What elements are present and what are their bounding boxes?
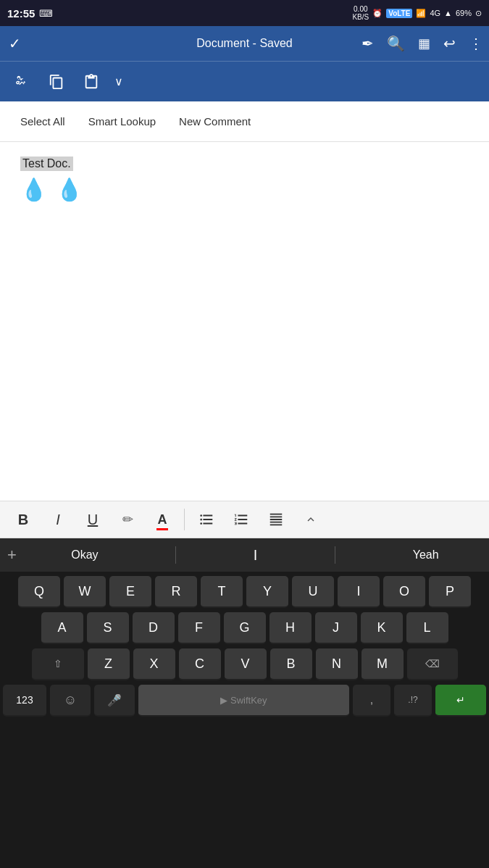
key-E[interactable]: E: [109, 576, 151, 608]
key-row-1: Q W E R T Y U I O P: [3, 576, 486, 608]
app-header: ✓ Document - Saved ✒ 🔍 ▦ ↩ ⋮: [0, 26, 489, 61]
toolbar: ∨: [0, 61, 489, 101]
status-time: 12:55: [7, 7, 35, 20]
key-F[interactable]: F: [178, 612, 220, 644]
swiftkey-logo: ▶ SwiftKey: [220, 695, 267, 706]
key-Q[interactable]: Q: [18, 576, 60, 608]
expand-format-button[interactable]: [296, 506, 325, 533]
key-J[interactable]: J: [315, 612, 357, 644]
italic-button[interactable]: I: [43, 506, 72, 533]
mic-key[interactable]: 🎤: [94, 685, 135, 717]
battery-icon: ⊙: [475, 9, 482, 18]
bold-button[interactable]: B: [9, 506, 38, 533]
key-R[interactable]: R: [155, 576, 197, 608]
bullet-list-button[interactable]: [192, 506, 221, 533]
signal-icon: 📶: [416, 9, 426, 18]
suggestion-cursor: I: [245, 544, 267, 567]
key-H[interactable]: H: [269, 612, 312, 644]
status-bar: 12:55 ⌨ 0.00KB/S ⏰ VoLTE 📶 4G ▲ 69% ⊙: [0, 0, 489, 26]
font-a-label: A: [158, 512, 167, 527]
key-P[interactable]: P: [429, 576, 471, 608]
toolbar-expand-button[interactable]: ∨: [110, 72, 128, 91]
key-G[interactable]: G: [224, 612, 266, 644]
signal-bars: ▲: [444, 9, 452, 17]
suggestions-bar: + Okay I Yeah: [0, 538, 489, 572]
keyboard-icon: ⌨: [39, 8, 53, 19]
text-cursors: 💧 💧: [20, 177, 469, 202]
key-D[interactable]: D: [133, 612, 175, 644]
format-bar: B I U ✏ A: [0, 501, 489, 538]
document-selected-text: Test Doc.: [20, 157, 73, 171]
suggestion-divider-1: [175, 546, 176, 564]
suggestion-okay[interactable]: Okay: [62, 546, 106, 564]
key-X[interactable]: X: [133, 648, 175, 680]
key-Z[interactable]: Z: [88, 648, 130, 680]
key-I[interactable]: I: [338, 576, 380, 608]
key-row-4: 123 ☺ 🎤 ▶ SwiftKey , .!? ↵: [3, 685, 486, 717]
emoji-key[interactable]: ☺: [50, 685, 91, 717]
cursor-right: 💧: [56, 177, 83, 202]
new-comment-button[interactable]: New Comment: [167, 109, 262, 133]
enter-key[interactable]: ↵: [435, 685, 486, 717]
numbers-key[interactable]: 123: [3, 685, 46, 717]
comma-key[interactable]: ,: [353, 685, 390, 717]
key-C[interactable]: C: [179, 648, 221, 680]
undo-icon[interactable]: ↩: [443, 35, 456, 52]
key-row-3: ⇧ Z X C V B N M ⌫: [3, 648, 486, 680]
more-icon[interactable]: ⋮: [469, 35, 483, 52]
context-bar: Select All Smart Lookup New Comment: [0, 101, 489, 142]
keys-area: Q W E R T Y U I O P A S D F G H J K: [0, 572, 489, 725]
period-key[interactable]: .!?: [394, 685, 432, 717]
document-title: Document - Saved: [196, 37, 293, 50]
key-A[interactable]: A: [41, 612, 83, 644]
copy-button[interactable]: [41, 66, 72, 98]
highlight-button[interactable]: ✏: [113, 506, 142, 533]
select-all-button[interactable]: Select All: [9, 109, 77, 133]
cut-button[interactable]: [6, 66, 38, 98]
volte-badge: VoLTE: [386, 9, 412, 18]
network-4g: 4G: [430, 9, 440, 17]
layout-icon[interactable]: ▦: [418, 36, 430, 51]
numbered-list-button[interactable]: [227, 506, 256, 533]
search-icon[interactable]: 🔍: [387, 35, 405, 52]
key-row-2: A S D F G H J K L: [3, 612, 486, 644]
key-M[interactable]: M: [361, 648, 404, 680]
key-O[interactable]: O: [383, 576, 425, 608]
key-U[interactable]: U: [292, 576, 334, 608]
key-T[interactable]: T: [201, 576, 243, 608]
key-L[interactable]: L: [406, 612, 448, 644]
format-separator-1: [184, 509, 185, 530]
paste-button[interactable]: [75, 66, 107, 98]
pen-icon[interactable]: ✒: [361, 35, 374, 52]
underline-button[interactable]: U: [78, 506, 107, 533]
suggestion-divider-2: [335, 546, 335, 564]
key-S[interactable]: S: [87, 612, 129, 644]
key-W[interactable]: W: [64, 576, 106, 608]
suggestions-plus[interactable]: +: [7, 546, 17, 564]
space-key[interactable]: ▶ SwiftKey: [138, 685, 349, 717]
document-area[interactable]: Test Doc. 💧 💧: [0, 142, 489, 501]
key-Y[interactable]: Y: [246, 576, 288, 608]
battery-percent: 69%: [456, 9, 472, 17]
key-B[interactable]: B: [270, 648, 312, 680]
indent-button[interactable]: [262, 506, 291, 533]
backspace-key[interactable]: ⌫: [407, 648, 458, 680]
shift-key[interactable]: ⇧: [32, 648, 84, 680]
key-N[interactable]: N: [316, 648, 358, 680]
alarm-icon: ⏰: [372, 9, 383, 18]
suggestion-yeah[interactable]: Yeah: [404, 546, 448, 564]
smart-lookup-button[interactable]: Smart Lookup: [77, 109, 167, 133]
key-V[interactable]: V: [225, 648, 267, 680]
font-color-button[interactable]: A: [148, 506, 177, 533]
check-button[interactable]: ✓: [9, 35, 21, 52]
font-color-underline: [156, 528, 168, 530]
cursor-left: 💧: [20, 177, 47, 202]
keyboard: + Okay I Yeah Q W E R T Y U I O P: [0, 538, 489, 868]
data-speed: 0.00KB/S: [352, 5, 369, 21]
key-K[interactable]: K: [361, 612, 403, 644]
